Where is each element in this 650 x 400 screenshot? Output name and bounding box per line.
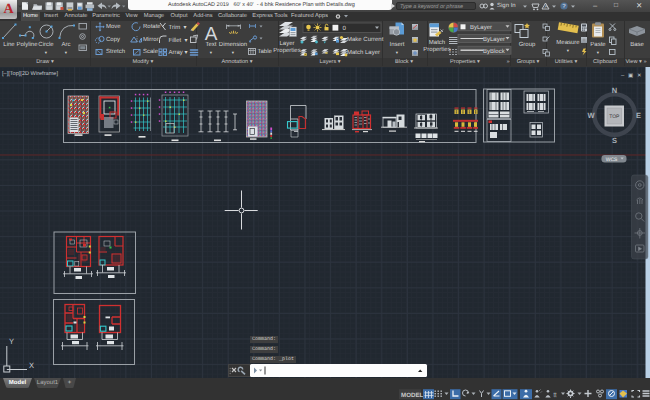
svg-text:ByBlock: ByBlock [483,48,506,55]
svg-text:S: S [612,136,617,145]
svg-text:ʈʈ: ʈʈ [554,392,558,398]
svg-text:TOP: TOP [609,114,620,120]
svg-text:MODEL: MODEL [401,392,424,399]
svg-text:X: X [29,361,34,370]
svg-text:WCS: WCS [606,157,618,163]
svg-text:Y: Y [9,337,14,346]
svg-text:E: E [636,111,641,120]
svg-text:ByLayer: ByLayer [470,24,492,31]
svg-text:W: W [587,111,595,120]
svg-text:N: N [612,86,617,95]
svg-text:0: 0 [343,25,347,32]
